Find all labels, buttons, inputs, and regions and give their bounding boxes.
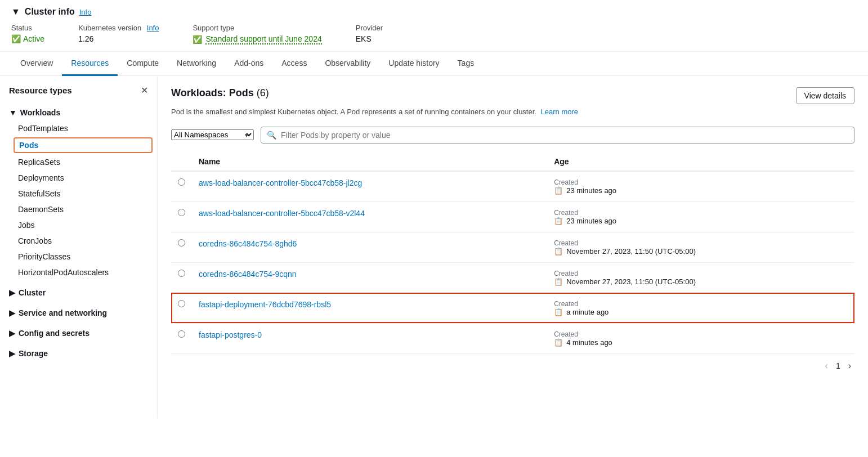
sidebar-section-config-secrets: ▶ Config and secrets xyxy=(0,323,157,343)
pod-radio-button[interactable] xyxy=(178,270,185,277)
namespace-select[interactable]: All Namespaces xyxy=(171,129,254,140)
row-radio-cell[interactable] xyxy=(171,171,192,202)
pod-name-link[interactable]: fastapi-postgres-0 xyxy=(199,330,262,339)
row-radio-cell[interactable] xyxy=(171,262,192,293)
pod-radio-button[interactable] xyxy=(178,300,185,307)
support-section: Support type ✅ Standard support until Ju… xyxy=(193,24,321,44)
pod-name-link[interactable]: coredns-86c484c754-8ghd6 xyxy=(199,239,297,248)
calendar-icon: 📋 xyxy=(554,247,563,256)
row-name-cell: coredns-86c484c754-8ghd6 xyxy=(192,232,547,262)
cluster-info-link[interactable]: Info xyxy=(79,8,92,16)
cluster-info-title: ▼ Cluster info Info xyxy=(11,7,857,17)
age-label: Created xyxy=(554,300,848,308)
row-radio-cell[interactable] xyxy=(171,232,192,262)
pod-radio-button[interactable] xyxy=(178,239,185,247)
sidebar: Resource types ✕ ▼ Workloads PodTemplate… xyxy=(0,76,158,418)
sidebar-group-service-networking[interactable]: ▶ Service and networking xyxy=(0,305,157,321)
search-input[interactable] xyxy=(281,131,848,140)
tab-access[interactable]: Access xyxy=(272,52,316,76)
col-age: Age xyxy=(547,153,854,171)
row-age-cell: Created📋 November 27, 2023, 11:50 (UTC-0… xyxy=(547,262,854,293)
calendar-icon: 📋 xyxy=(554,338,563,347)
sidebar-item-replica-sets[interactable]: ReplicaSets xyxy=(0,154,157,170)
provider-section: Provider EKS xyxy=(356,24,383,43)
tab-networking[interactable]: Networking xyxy=(168,52,225,76)
row-name-cell: fastapi-postgres-0 xyxy=(192,323,547,353)
sidebar-item-jobs[interactable]: Jobs xyxy=(0,217,157,233)
sidebar-item-pods[interactable]: Pods xyxy=(14,137,153,153)
config-secrets-arrow-icon: ▶ xyxy=(9,329,15,338)
age-label: Created xyxy=(554,239,848,247)
pods-table: Name Age aws-load-balancer-controller-5b… xyxy=(171,153,854,354)
table-header: Name Age xyxy=(171,153,854,171)
pagination-row: ‹ 1 › xyxy=(171,359,854,373)
tab-addons[interactable]: Add-ons xyxy=(225,52,272,76)
row-name-cell: aws-load-balancer-controller-5bcc47cb58-… xyxy=(192,201,547,232)
service-networking-arrow-icon: ▶ xyxy=(9,308,15,317)
next-page-button[interactable]: › xyxy=(845,359,854,373)
age-label: Created xyxy=(554,270,848,277)
pod-radio-button[interactable] xyxy=(178,178,185,186)
table-row: fastapi-deployment-76dcbd7698-rbsl5Creat… xyxy=(171,293,854,323)
sidebar-item-deployments[interactable]: Deployments xyxy=(0,170,157,186)
sidebar-item-stateful-sets[interactable]: StatefulSets xyxy=(0,186,157,201)
row-radio-cell[interactable] xyxy=(171,323,192,353)
row-age-cell: Created📋 a minute ago xyxy=(547,293,854,323)
service-networking-label: Service and networking xyxy=(19,308,107,317)
sidebar-group-config-secrets[interactable]: ▶ Config and secrets xyxy=(0,325,157,341)
table-row: coredns-86c484c754-8ghd6Created📋 Novembe… xyxy=(171,232,854,262)
cluster-meta: Status ✅ Active Kubernetes version Info … xyxy=(11,24,857,44)
sidebar-item-priority-classes[interactable]: PriorityClasses xyxy=(0,249,157,265)
tab-update-history[interactable]: Update history xyxy=(379,52,448,76)
kubernetes-label: Kubernetes version Info xyxy=(78,24,159,32)
namespace-selector[interactable]: All Namespaces ▼ xyxy=(171,129,254,140)
sidebar-title: Resource types xyxy=(9,86,72,95)
pod-name-link[interactable]: coredns-86c484c754-9cqnn xyxy=(199,270,297,279)
search-box[interactable]: 🔍 xyxy=(261,127,854,144)
kubernetes-version: 1.26 xyxy=(78,34,159,43)
check-icon: ✅ xyxy=(11,34,21,43)
age-label: Created xyxy=(554,209,848,217)
sidebar-group-workloads[interactable]: ▼ Workloads xyxy=(0,105,157,120)
view-details-button[interactable]: View details xyxy=(796,87,854,104)
row-radio-cell[interactable] xyxy=(171,201,192,232)
pod-name-link[interactable]: aws-load-balancer-controller-5bcc47cb58-… xyxy=(199,209,365,218)
prev-page-button[interactable]: ‹ xyxy=(822,359,831,373)
provider-value: EKS xyxy=(356,34,383,43)
calendar-icon: 📋 xyxy=(554,308,563,316)
status-value: ✅ Active xyxy=(11,34,44,43)
age-value: 📋 23 minutes ago xyxy=(554,186,848,195)
sidebar-section-storage: ▶ Storage xyxy=(0,343,157,364)
pods-table-body: aws-load-balancer-controller-5bcc47cb58-… xyxy=(171,171,854,354)
sidebar-item-hpa[interactable]: HorizontalPodAutoscalers xyxy=(0,265,157,280)
row-radio-cell[interactable] xyxy=(171,293,192,323)
sidebar-group-cluster[interactable]: ▶ Cluster xyxy=(0,285,157,301)
pod-radio-button[interactable] xyxy=(178,330,185,338)
tab-tags[interactable]: Tags xyxy=(449,52,484,76)
tab-observability[interactable]: Observability xyxy=(316,52,379,76)
age-label: Created xyxy=(554,330,848,338)
pod-name-link[interactable]: aws-load-balancer-controller-5bcc47cb58-… xyxy=(199,178,362,187)
learn-more-link[interactable]: Learn more xyxy=(541,107,578,116)
storage-label: Storage xyxy=(19,349,48,358)
pod-name-link[interactable]: fastapi-deployment-76dcbd7698-rbsl5 xyxy=(199,300,331,309)
workloads-label: Workloads xyxy=(20,108,60,117)
tab-compute[interactable]: Compute xyxy=(118,52,168,76)
status-section: Status ✅ Active xyxy=(11,24,44,43)
kubernetes-info-link[interactable]: Info xyxy=(147,24,159,32)
sidebar-close-button[interactable]: ✕ xyxy=(141,85,148,96)
calendar-icon: 📋 xyxy=(554,277,563,286)
main-layout: Resource types ✕ ▼ Workloads PodTemplate… xyxy=(0,76,868,418)
collapse-icon[interactable]: ▼ xyxy=(11,7,20,17)
tab-resources[interactable]: Resources xyxy=(62,52,118,76)
pod-radio-button[interactable] xyxy=(178,209,185,216)
table-row: aws-load-balancer-controller-5bcc47cb58-… xyxy=(171,171,854,202)
sidebar-group-storage[interactable]: ▶ Storage xyxy=(0,346,157,361)
sidebar-item-daemon-sets[interactable]: DaemonSets xyxy=(0,201,157,217)
age-value: 📋 a minute ago xyxy=(554,308,848,316)
tab-bar: Overview Resources Compute Networking Ad… xyxy=(0,52,868,76)
col-select xyxy=(171,153,192,171)
sidebar-item-cron-jobs[interactable]: CronJobs xyxy=(0,233,157,249)
tab-overview[interactable]: Overview xyxy=(11,52,62,76)
sidebar-item-pod-templates[interactable]: PodTemplates xyxy=(0,120,157,136)
